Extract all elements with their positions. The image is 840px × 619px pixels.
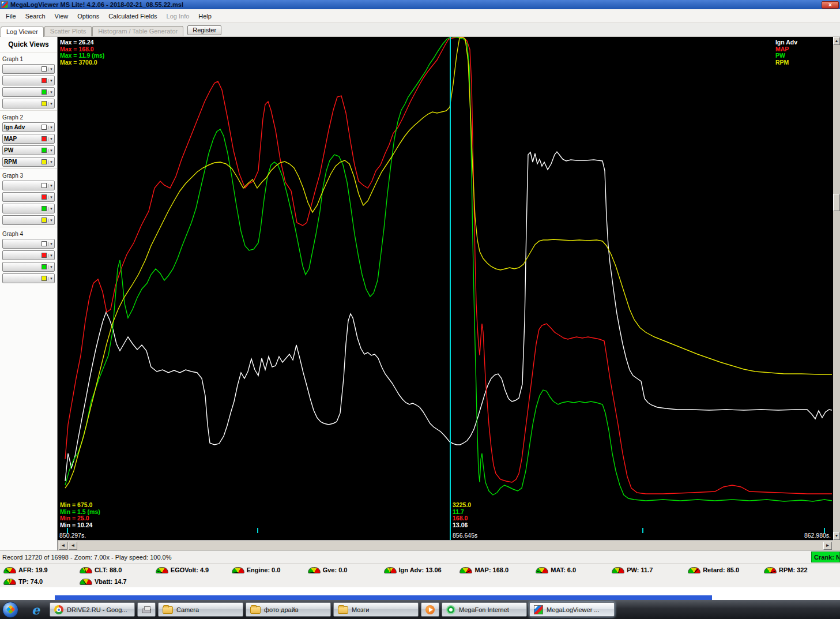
taskbar-item-label: фото драйв: [264, 606, 299, 613]
step-forward-button[interactable]: ►: [823, 542, 832, 550]
cursor-line[interactable]: [450, 37, 451, 540]
channel-combo[interactable]: ▼: [2, 215, 55, 225]
scroll-up-icon[interactable]: ▲: [833, 37, 840, 45]
window-title: MegaLogViewer MS Lite! 4.2.06 - 2018-02-…: [10, 1, 819, 9]
gauge-label: TP: 74.0: [18, 578, 43, 585]
gauge-icon: [3, 579, 16, 585]
gauge-panel: AFR: 19.9CLT: 88.0EGOVolt: 4.9Engine: 0.…: [0, 563, 840, 587]
gauge-item-retard: Retard: 85.0: [688, 567, 764, 573]
color-swatch: [42, 136, 47, 141]
color-swatch: [42, 264, 47, 269]
gauge-needle-icon: [389, 568, 391, 573]
scroll-thumb[interactable]: [833, 194, 840, 211]
chevron-down-icon: ▼: [48, 184, 53, 187]
channel-combo[interactable]: ▼: [2, 192, 55, 202]
taskbar-item-folder-mozgi[interactable]: Мозги: [333, 602, 419, 617]
register-button[interactable]: Register: [187, 25, 221, 35]
channel-combo[interactable]: ▼: [2, 76, 55, 85]
menu-item-search[interactable]: Search: [21, 10, 50, 22]
gauge-item-mat: MAT: 6.0: [536, 567, 612, 573]
step-back-button[interactable]: ◄: [59, 542, 67, 550]
channel-combo[interactable]: RPM▼: [2, 157, 55, 167]
taskbar-item-printer[interactable]: [137, 602, 156, 617]
menu-bar: FileSearchViewOptionsCalculated FieldsLo…: [0, 9, 840, 23]
channel-combo-label: PW: [4, 147, 42, 153]
gauge-label: PW: 11.7: [627, 567, 653, 573]
channel-combo[interactable]: ▼: [2, 250, 55, 260]
color-swatch: [42, 89, 47, 95]
gauge-label: MAP: 168.0: [474, 567, 508, 573]
menu-item-options[interactable]: Options: [73, 10, 104, 22]
cursor-value: 3225.0: [453, 502, 471, 509]
tab-log-viewer[interactable]: Log Viewer: [1, 27, 44, 37]
taskbar-item-megafon-internet[interactable]: MegaFon Internet: [442, 602, 527, 617]
v-scrollbar[interactable]: ▲ ▼: [833, 37, 840, 550]
chart-area[interactable]: Max = 26.24Max = 168.0Max = 11.9 (ms)Max…: [58, 37, 833, 540]
media-icon: [425, 605, 435, 614]
channel-combo[interactable]: ▼: [2, 262, 55, 272]
close-button[interactable]: ×: [822, 1, 839, 9]
gauge-icon: [80, 579, 92, 585]
gauge-needle-icon: [83, 580, 86, 584]
channel-combo[interactable]: ▼: [2, 181, 55, 190]
x-axis-start-label: 850.297s.: [59, 532, 86, 539]
chevron-down-icon: ▼: [48, 102, 53, 106]
taskbar-item-folder-foto-drive[interactable]: фото драйв: [246, 602, 331, 617]
x-axis-end-label: 862.980s.: [804, 532, 831, 539]
max-label: Max = 3700.0: [60, 59, 104, 66]
chrome-icon: [54, 605, 63, 614]
taskbar: eDRIVE2.RU - Goog...Cameraфото драйвМозг…: [0, 600, 840, 619]
gauge-needle-icon: [618, 568, 620, 573]
channel-combo[interactable]: ▼: [2, 99, 55, 108]
gauge-icon: [308, 567, 321, 573]
tab-strip: Log ViewerScatter PlotsHistogram / Table…: [1, 26, 184, 36]
channel-combo[interactable]: ▼: [2, 273, 55, 283]
gauge-label: Vbatt: 14.7: [95, 578, 127, 585]
menu-item-view[interactable]: View: [50, 10, 73, 22]
chart-series-svg: [58, 37, 833, 528]
start-button[interactable]: [2, 602, 18, 618]
channel-combo[interactable]: ▼: [2, 239, 55, 249]
color-swatch: [42, 253, 47, 258]
cursor-time-label: 856.645s: [453, 532, 477, 539]
graph-section-graph-4: Graph 4▼▼▼▼: [0, 227, 57, 283]
channel-combo[interactable]: ▼: [2, 64, 55, 74]
channel-combo-label: MAP: [4, 136, 42, 142]
taskbar-item-label: MegaFon Internet: [459, 606, 509, 613]
channel-combo[interactable]: PW▼: [2, 145, 55, 155]
taskbar-item-media-player[interactable]: [421, 602, 439, 617]
color-swatch: [42, 101, 47, 106]
gauge-item-map: MAP: 168.0: [459, 567, 536, 573]
scrollbar-corner: [833, 540, 840, 550]
channel-combo[interactable]: Ign Adv▼: [2, 122, 55, 132]
taskbar-item-folder-camera[interactable]: Camera: [158, 602, 243, 617]
chevron-down-icon: ▼: [48, 207, 53, 211]
nav-strip: ◄ ◄ ►: [58, 540, 833, 550]
gauge-item-ign-adv: Ign Adv: 13.06: [384, 567, 460, 573]
taskbar-items: eDRIVE2.RU - Goog...Cameraфото драйвМозг…: [23, 600, 616, 619]
scroll-down-icon[interactable]: ▼: [833, 532, 840, 540]
color-swatch: [42, 125, 47, 130]
channel-combo[interactable]: ▼: [2, 87, 55, 97]
menu-item-file[interactable]: File: [1, 10, 21, 22]
step-back-fast-button[interactable]: ◄: [69, 542, 77, 550]
app-window: MegaLogViewer MS Lite! 4.2.06 - 2018-02-…: [0, 0, 840, 619]
channel-combo[interactable]: ▼: [2, 204, 55, 213]
folder-icon: [250, 606, 261, 614]
cursor-value: 168.0: [453, 515, 471, 522]
chevron-down-icon: ▼: [48, 277, 53, 280]
menu-item-log-info: Log Info: [162, 10, 194, 22]
gauge-icon: [536, 567, 548, 573]
taskbar-item-megalogviewer[interactable]: MegaLogViewer ...: [529, 602, 615, 617]
series-line-map: [65, 37, 832, 494]
taskbar-item-chrome-drive2[interactable]: DRIVE2.RU - Goog...: [50, 602, 135, 617]
chevron-down-icon: ▼: [48, 149, 53, 152]
series-line-pw: [65, 37, 832, 501]
menu-item-help[interactable]: Help: [194, 10, 216, 22]
color-swatch: [42, 241, 47, 246]
taskbar-item-internet-explorer[interactable]: e: [24, 602, 47, 617]
gauge-label: Gve: 0.0: [323, 567, 348, 573]
scroll-track[interactable]: [833, 45, 840, 532]
channel-combo[interactable]: MAP▼: [2, 134, 55, 144]
menu-item-calculated-fields[interactable]: Calculated Fields: [104, 10, 161, 22]
